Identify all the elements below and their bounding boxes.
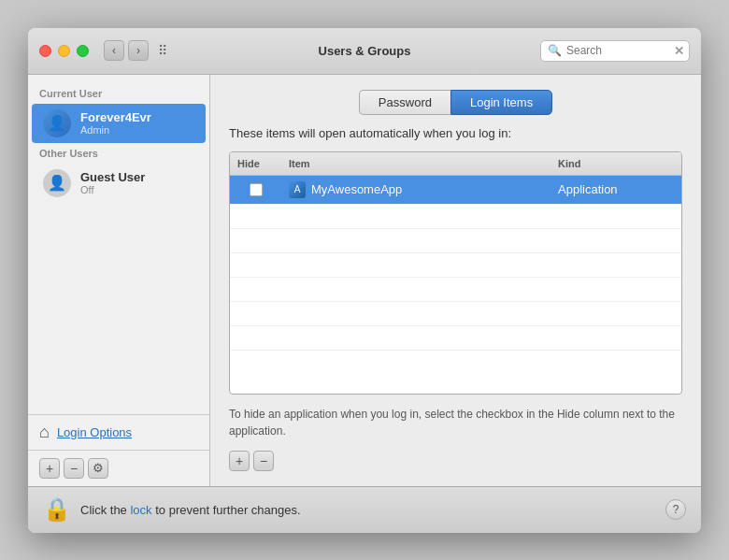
guest-user-info: Guest User Off [80, 170, 145, 195]
search-input[interactable] [566, 44, 669, 57]
row-kind-cell: Application [550, 180, 681, 198]
titlebar: ‹ › ⠿ Users & Groups 🔍 ✕ [28, 28, 701, 75]
content-area: Current User 👤 Forever4Evr Admin Other U… [28, 75, 701, 486]
admin-user-role: Admin [80, 124, 151, 136]
traffic-lights [39, 45, 89, 57]
search-icon: 🔍 [548, 44, 562, 57]
lock-icon: 🔒 [43, 496, 71, 523]
help-button[interactable]: ? [665, 499, 686, 520]
table-header: Hide Item Kind [230, 152, 681, 176]
main-panel: Password Login Items These items will op… [210, 75, 701, 486]
guest-user-status: Off [80, 184, 145, 195]
col-kind-header: Kind [550, 156, 681, 171]
hide-checkbox[interactable] [250, 183, 263, 196]
maximize-button[interactable] [77, 45, 89, 57]
search-clear-icon[interactable]: ✕ [674, 44, 684, 58]
empty-row-3 [230, 253, 681, 278]
remove-user-button[interactable]: − [64, 458, 84, 479]
lock-text-pre: Click the [80, 503, 127, 517]
add-item-button[interactable]: + [229, 451, 250, 471]
row-hide-cell [230, 181, 281, 198]
grid-button[interactable]: ⠿ [152, 40, 173, 61]
app-icon: A [289, 181, 306, 198]
table-actions: + − [229, 451, 682, 471]
table-body: A MyAwesomeApp Application [230, 176, 681, 351]
lock-link[interactable]: lock [130, 503, 151, 517]
forward-icon: › [136, 44, 140, 57]
forward-button[interactable]: › [128, 40, 149, 61]
tab-password[interactable]: Password [359, 90, 450, 115]
guest-avatar-icon: 👤 [48, 174, 66, 192]
table-row[interactable]: A MyAwesomeApp Application [230, 176, 681, 205]
other-users-label: Other Users [28, 144, 209, 163]
bottom-bar: 🔒 Click the lock to prevent further chan… [28, 486, 701, 533]
app-name: MyAwesomeApp [311, 182, 402, 196]
tab-login-items[interactable]: Login Items [450, 90, 552, 115]
sidebar: Current User 👤 Forever4Evr Admin Other U… [28, 75, 210, 486]
admin-user-info: Forever4Evr Admin [80, 110, 151, 136]
window-title: Users & Groups [319, 44, 411, 58]
col-hide-header: Hide [230, 156, 281, 171]
guest-avatar: 👤 [43, 169, 71, 197]
lock-text: Click the lock to prevent further change… [80, 503, 301, 517]
tabs: Password Login Items [229, 90, 682, 115]
add-user-button[interactable]: + [39, 458, 60, 479]
search-bar: 🔍 ✕ [540, 40, 690, 62]
admin-avatar-icon: 👤 [48, 114, 66, 132]
admin-user-name: Forever4Evr [80, 110, 151, 124]
lock-text-post: to prevent further changes. [155, 503, 300, 517]
gear-button[interactable]: ⚙ [88, 458, 108, 479]
empty-row-6 [230, 326, 681, 351]
col-item-header: Item [281, 156, 550, 171]
guest-user-item[interactable]: 👤 Guest User Off [32, 164, 206, 203]
nav-buttons: ‹ › [104, 40, 149, 61]
back-button[interactable]: ‹ [104, 40, 124, 61]
close-button[interactable] [39, 45, 51, 57]
back-icon: ‹ [112, 44, 116, 57]
empty-rows [230, 205, 681, 351]
empty-row-5 [230, 302, 681, 326]
remove-item-button[interactable]: − [253, 451, 274, 471]
login-items-table: Hide Item Kind A MyAwesomeApp [229, 151, 682, 395]
minimize-button[interactable] [58, 45, 70, 57]
login-options-item[interactable]: ⌂ Login Options [28, 414, 209, 450]
login-options-label: Login Options [57, 425, 132, 439]
empty-row-1 [230, 205, 681, 229]
grid-icon: ⠿ [158, 43, 167, 58]
current-user-label: Current User [28, 84, 209, 103]
admin-avatar: 👤 [43, 109, 71, 137]
empty-row-2 [230, 229, 681, 253]
row-item-cell: A MyAwesomeApp [281, 179, 550, 200]
lock-icon-wrap: 🔒 [43, 495, 71, 524]
sidebar-toolbar: + − ⚙ [28, 450, 209, 486]
login-options-icon: ⌂ [39, 423, 50, 442]
description-text: These items will open automatically when… [229, 126, 682, 140]
empty-row-4 [230, 278, 681, 302]
guest-user-name: Guest User [80, 170, 145, 184]
hint-text: To hide an application when you log in, … [229, 406, 682, 439]
current-user-item[interactable]: 👤 Forever4Evr Admin [32, 104, 206, 143]
main-window: ‹ › ⠿ Users & Groups 🔍 ✕ Current User 👤 [28, 28, 701, 533]
